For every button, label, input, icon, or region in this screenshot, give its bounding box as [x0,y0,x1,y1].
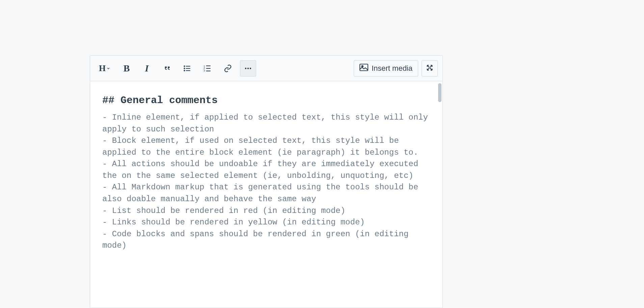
insert-media-button[interactable]: Insert media [354,60,418,76]
list-ul-icon [183,64,192,73]
more-options-button[interactable] [240,60,256,76]
editor-line: - Block element, if used on selected tex… [102,135,430,158]
unordered-list-button[interactable] [179,60,195,76]
quote-icon [163,64,171,73]
svg-point-12 [245,67,246,69]
svg-point-14 [250,67,251,69]
italic-button[interactable]: I [139,60,155,76]
page-root: H B I [0,0,644,308]
editor-line: - List should be rendered in red (in edi… [102,205,430,217]
ellipsis-icon [244,64,252,72]
link-button[interactable] [220,60,236,76]
editor-line: - Links should be rendered in yellow (in… [102,217,430,228]
expand-icon [426,64,433,73]
image-icon [359,64,368,73]
toolbar-right-group: Insert media [354,60,438,76]
bold-button[interactable]: B [118,60,135,76]
svg-rect-5 [186,70,190,71]
editor-line: - All actions should be undoable if they… [102,158,430,182]
editor-line: - Inline element, if applied to selected… [102,112,430,135]
editor-textarea[interactable]: ## General comments - Inline element, if… [90,81,442,308]
svg-rect-7 [206,65,211,66]
markdown-editor: H B I [90,55,443,308]
scrollbar-thumb[interactable] [438,83,441,102]
bold-icon: B [124,63,130,74]
fullscreen-button[interactable] [422,60,438,76]
svg-point-2 [184,67,185,69]
list-ol-icon: 1 2 3 [203,64,212,73]
italic-icon: I [145,63,149,74]
svg-point-13 [247,67,249,69]
svg-rect-9 [206,68,211,68]
chevron-down-icon [106,66,110,70]
svg-rect-11 [206,70,211,71]
ordered-list-button[interactable]: 1 2 3 [199,60,216,76]
svg-point-4 [184,70,185,71]
svg-rect-1 [186,66,190,66]
editor-body: ## General comments - Inline element, if… [90,81,442,308]
svg-rect-3 [186,68,190,68]
editor-toolbar: H B I [90,56,442,81]
svg-text:3: 3 [204,69,205,72]
svg-point-0 [184,65,185,67]
editor-heading-line: ## General comments [102,93,430,108]
blockquote-button[interactable] [159,60,175,76]
editor-line: - Code blocks and spans should be render… [102,228,430,252]
editor-line: - All Markdown markup that is generated … [102,182,430,205]
svg-point-16 [361,65,363,67]
insert-media-label: Insert media [372,64,412,73]
heading-dropdown-button[interactable]: H [95,60,114,76]
heading-glyph: H [99,63,106,73]
link-icon [224,64,232,72]
toolbar-left-group: H B I [95,60,260,76]
svg-rect-15 [360,64,368,71]
